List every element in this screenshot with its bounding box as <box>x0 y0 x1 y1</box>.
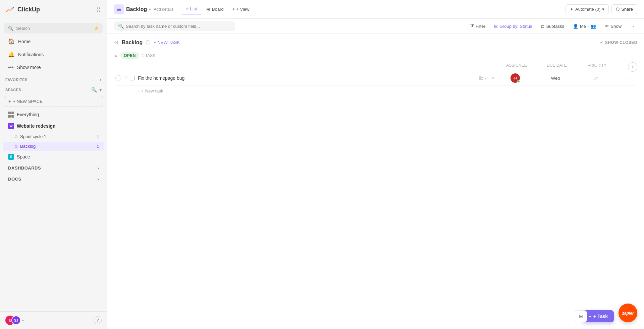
everything-grid-icon <box>8 112 14 118</box>
show-label: Show <box>611 24 622 29</box>
favorites-expand-icon[interactable]: › <box>100 77 102 82</box>
toolbar: 🔍 ⧩ Filter ⊟ Group by: Status ⊏ Subtasks… <box>107 19 644 34</box>
bell-icon: 🔔 <box>8 51 15 58</box>
task-status-icon[interactable] <box>130 76 135 80</box>
new-space-button[interactable]: + + NEW SPACE <box>4 96 103 107</box>
plus-icon: + <box>137 88 140 93</box>
nav-show-more[interactable]: ••• Show more <box>3 61 104 73</box>
zapier-widget[interactable]: zapier <box>619 304 637 322</box>
task-search-input[interactable] <box>126 24 231 29</box>
sidebar-item-space[interactable]: S Space <box>3 151 104 162</box>
sidebar-item-everything[interactable]: Everything <box>3 109 104 120</box>
home-icon: 🏠 <box>8 38 15 45</box>
new-task-row[interactable]: + + New task <box>114 86 637 96</box>
space-website-redesign[interactable]: W Website redesign <box>3 121 104 131</box>
sidebar: ClickUp ⟨⟨ 🔍 Search ⚡ 🏠 Home 🔔 Notificat… <box>0 0 107 329</box>
info-icon[interactable]: ⓘ <box>146 40 150 46</box>
show-closed-button[interactable]: ✓ SHOW CLOSED <box>600 40 637 45</box>
task-checkbox[interactable] <box>115 75 121 81</box>
chevrons-left-icon: ⟨⟨ <box>96 6 100 13</box>
subtasks-button[interactable]: ⊏ Subtasks <box>537 22 567 31</box>
apps-button[interactable]: ⊞ <box>575 310 587 322</box>
docs-expand-icon: › <box>97 177 99 182</box>
avatar-jj: JJ <box>511 73 520 83</box>
tab-list-label: List <box>190 6 197 11</box>
edit-icon[interactable]: ✏ <box>491 76 495 81</box>
show-button[interactable]: 👁 Show <box>601 22 625 31</box>
more-options-button[interactable]: ··· <box>627 22 637 31</box>
sidebar-search[interactable]: 🔍 Search ⚡ <box>4 23 103 34</box>
subtasks-icon: ⊏ <box>541 24 544 29</box>
me-button[interactable]: 👤 Me · 👥 <box>570 22 599 31</box>
favorites-label: FAVORITES <box>5 78 28 82</box>
task-due-date[interactable]: Wed <box>535 76 576 81</box>
ai-lightning-button[interactable]: ⚡ <box>94 26 99 31</box>
help-button[interactable]: ? <box>94 316 102 324</box>
new-task-link[interactable]: + NEW TASK <box>154 40 180 45</box>
spaces-expand-icon[interactable]: ▾ <box>99 87 102 92</box>
drag-handle-icon[interactable]: ⠿ <box>124 76 127 80</box>
me-icon: 👤 <box>573 24 578 29</box>
tab-board[interactable]: ⊞ Board <box>202 5 228 14</box>
list-view-icon <box>114 4 124 14</box>
group-by-label: Group by: Status <box>499 24 532 29</box>
list-title: Backlog <box>122 40 143 46</box>
priority-cursor-icon[interactable]: ☞ <box>593 75 598 81</box>
table-row[interactable]: ⠿ Fix the homepage bug ⛓ 🏷 ✏ JJ Wed ☞ <box>114 71 637 86</box>
sprint-cycle-dot-icon <box>15 135 17 138</box>
sidebar-bottom: U SJ ▾ ? <box>0 311 107 329</box>
group-collapse-icon[interactable]: ▸ <box>115 53 118 58</box>
dashboards-label: DASHBOARDS <box>8 166 41 171</box>
collapse-sidebar-button[interactable]: ⟨⟨ <box>95 5 102 14</box>
sidebar-header: ClickUp ⟨⟨ <box>0 0 107 19</box>
list-collapse-button[interactable]: ⊙ <box>114 39 118 46</box>
add-details-link[interactable]: Add details <box>154 7 173 12</box>
dashboards-expand-icon: › <box>97 166 99 171</box>
group-by-button[interactable]: ⊟ Group by: Status <box>491 22 536 31</box>
user-avatar-group[interactable]: U SJ ▾ <box>5 316 24 325</box>
logo-area: ClickUp <box>5 5 40 14</box>
dashboards-section[interactable]: DASHBOARDS › <box>3 163 104 173</box>
task-group-open: ▸ OPEN 1 TASK ASSIGNEE DUE DATE PRIORITY… <box>114 50 637 96</box>
show-closed-label: SHOW CLOSED <box>605 40 637 45</box>
link-icon[interactable]: ⛓ <box>479 76 483 81</box>
add-view-label: + View <box>236 7 249 12</box>
spaces-label: SPACES <box>5 88 21 92</box>
search-tasks-icon: 🔍 <box>118 23 124 29</box>
breadcrumb-caret-icon[interactable]: ▾ <box>149 7 151 12</box>
spaces-actions: 🔍 ▾ <box>91 87 102 92</box>
svg-rect-0 <box>117 8 121 8</box>
docs-section[interactable]: DOCS › <box>3 174 104 184</box>
sidebar-item-backlog[interactable]: Backlog 1 <box>3 142 104 151</box>
tag-icon[interactable]: 🏷 <box>485 76 489 81</box>
group-header-open[interactable]: ▸ OPEN 1 TASK <box>114 50 637 62</box>
svg-rect-2 <box>117 10 121 11</box>
eye-icon: 👁 <box>605 24 609 29</box>
tab-list[interactable]: ≡ List <box>182 4 201 14</box>
filter-label: Filter <box>476 24 485 29</box>
breadcrumb: Backlog ▾ <box>114 4 151 14</box>
nav-notifications[interactable]: 🔔 Notifications <box>3 48 104 61</box>
nav-home-label: Home <box>18 39 31 44</box>
nav-home[interactable]: 🏠 Home <box>3 35 104 48</box>
zapier-label: zapier <box>622 311 634 316</box>
task-assignee[interactable]: JJ <box>495 73 535 83</box>
list-header: ⊙ Backlog ⓘ + NEW TASK ✓ SHOW CLOSED <box>114 39 637 46</box>
favorites-section: FAVORITES › <box>0 74 107 84</box>
automate-button[interactable]: ✦ Automate (0) ▾ <box>566 4 609 14</box>
search-spaces-icon[interactable]: 🔍 <box>91 87 97 92</box>
task-priority[interactable]: ☞ <box>576 75 616 81</box>
add-task-fab[interactable]: + + Task <box>583 310 614 322</box>
add-view-button[interactable]: + + View <box>229 5 253 14</box>
automate-label: Automate (0) <box>575 7 600 12</box>
share-button[interactable]: ⬡ Share <box>611 4 637 14</box>
search-icon: 🔍 <box>8 26 13 31</box>
add-column-button[interactable]: + <box>628 62 637 72</box>
task-more-button[interactable]: ··· <box>616 75 636 81</box>
open-group-text: OPEN <box>124 53 136 58</box>
task-search-container[interactable]: 🔍 <box>114 21 235 31</box>
group-icon: ⊟ <box>494 24 498 29</box>
backlog-label: Backlog <box>20 144 36 149</box>
sidebar-item-sprint-cycle[interactable]: Sprint cycle 1 1 <box>3 132 104 141</box>
filter-button[interactable]: ⧩ Filter <box>467 21 489 31</box>
